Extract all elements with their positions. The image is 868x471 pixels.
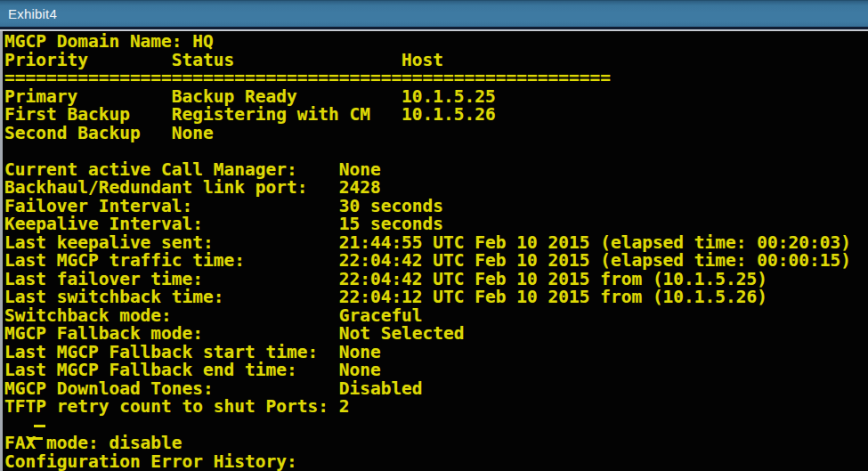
terminal-line: Backhaul/Redundant link port: 2428 (4, 179, 868, 198)
terminal-line: Failover Interval: 30 seconds (4, 198, 868, 216)
terminal-line: Last switchback time: 22:04:12 UTC Feb 1… (4, 288, 868, 307)
window-title: Exhibit4 (0, 6, 57, 21)
terminal-line: Last MGCP Fallback start time: None (4, 344, 868, 362)
terminal-screen[interactable]: MGCP Domain Name: HQPriority Status Host… (0, 31, 868, 471)
terminal-line: MGCP Download Tones: Disabled (4, 380, 868, 399)
terminal-line: Priority Status Host (4, 52, 868, 70)
terminal-line: Primary Backup Ready 10.1.5.25 (4, 88, 868, 107)
terminal-line: TFTP retry count to shut Ports: 2 (4, 398, 868, 417)
terminal-line: Switchback mode: Graceful (4, 307, 868, 326)
window-titlebar[interactable]: Exhibit4 (0, 0, 868, 27)
terminal-line (4, 142, 868, 161)
terminal-line: Last keepalive sent: 21:44:55 UTC Feb 10… (4, 234, 868, 253)
terminal-line: Configuration Error History: (4, 453, 868, 471)
terminal-line: Second Backup None (4, 125, 868, 143)
terminal-line: Last MGCP traffic time: 22:04:42 UTC Feb… (4, 252, 868, 271)
terminal-line: ========================================… (4, 69, 868, 88)
terminal-line: FAX mode: disable (4, 434, 868, 453)
text-cursor (28, 437, 43, 440)
terminal-line: MGCP Fallback mode: Not Selected (4, 325, 868, 344)
terminal-line: Last MGCP Fallback end time: None (4, 361, 868, 380)
terminal-line (4, 417, 868, 435)
terminal-window: Exhibit4 MGCP Domain Name: HQPriority St… (0, 0, 868, 471)
terminal-output: MGCP Domain Name: HQPriority Status Host… (4, 33, 868, 471)
terminal-line: Current active Call Manager: None (4, 161, 868, 180)
terminal-line: Last failover time: 22:04:42 UTC Feb 10 … (4, 271, 868, 289)
terminal-line: First Backup Registering with CM 10.1.5.… (4, 106, 868, 125)
underscore-mark (34, 425, 45, 427)
terminal-line: Keepalive Interval: 15 seconds (4, 215, 868, 234)
terminal-line: MGCP Domain Name: HQ (4, 33, 868, 52)
